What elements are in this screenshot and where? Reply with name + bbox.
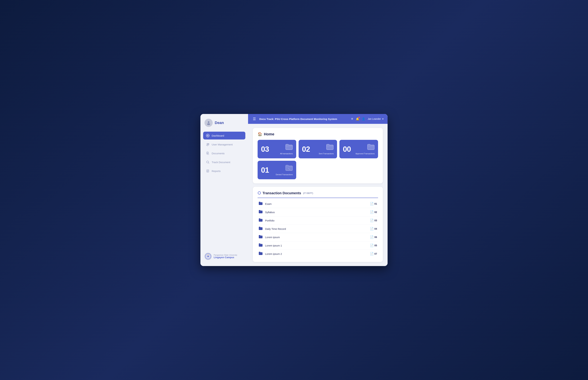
tx-doc-badge: 📄 05: [370, 244, 377, 247]
app-container: Dean Dashboard: [200, 114, 388, 266]
user-icon[interactable]: 👤: [362, 117, 365, 121]
svg-point-0: [208, 121, 209, 123]
svg-rect-14: [208, 153, 209, 155]
tx-badge-value: 02: [374, 211, 377, 213]
doc-icon: 📄: [370, 219, 374, 222]
tx-title-icon: ⬡: [258, 191, 261, 195]
folder-icon: [259, 210, 263, 214]
stat-label-sent: Sent Transactions: [319, 152, 334, 155]
home-icon: 🏠: [258, 132, 262, 136]
table-row[interactable]: Lorem ipsum 1 📄 05: [258, 241, 378, 250]
tx-divider: [258, 198, 378, 198]
table-row[interactable]: Lorem ipsum 📄 06: [258, 233, 378, 241]
sidebar-item-documents[interactable]: Documents: [203, 149, 245, 157]
tx-badge-value: 04: [374, 228, 377, 230]
folder-icon-all: [285, 144, 293, 152]
folder-icon: [259, 235, 263, 240]
stat-card-right-denied: Denied Transactions: [276, 165, 293, 175]
folder-icon: [259, 251, 263, 256]
table-row[interactable]: Lorem ipsum 2 📄 07: [258, 250, 378, 258]
svg-point-23: [208, 256, 209, 257]
folder-icon: [259, 201, 263, 206]
sidebar: Dean Dashboard: [200, 114, 248, 266]
stat-placeholder-2: [340, 161, 378, 179]
stat-card-denied[interactable]: 01 Denied Transactions: [258, 161, 296, 179]
notifications-icon[interactable]: 🔔: [356, 117, 359, 121]
tx-doc-badge: 📄 07: [370, 252, 377, 256]
stat-placeholder-1: [299, 161, 337, 179]
notif-badge: [358, 116, 360, 118]
folder-icon-approved: [367, 144, 375, 152]
folder-icon: [259, 243, 263, 248]
svg-point-3: [207, 135, 208, 136]
stat-card-right-sent: Sent Transactions: [319, 144, 334, 155]
tx-item-name: Exam: [265, 202, 370, 205]
tx-doc-badge: 📄 04: [370, 227, 377, 231]
app-title: Docu Track: PSU Cross Platform Document …: [259, 117, 348, 120]
tx-item-name: Portfolio: [265, 219, 370, 222]
stat-card-approved[interactable]: 00 Approved Transactions: [340, 140, 378, 158]
sidebar-item-label: Documents: [212, 152, 225, 155]
tx-doc-badge: 📄 03: [370, 219, 377, 222]
stat-number-denied: 01: [261, 166, 269, 174]
sidebar-profile: Dean: [203, 119, 245, 127]
tx-title: ⬡ Transaction Documents (IT DEPT): [258, 191, 378, 195]
home-section: 🏠 Home 03: [253, 128, 383, 183]
stat-cards-bottom: 01 Denied Transactions: [258, 161, 378, 179]
table-row[interactable]: Exam 📄 01: [258, 200, 378, 208]
table-row[interactable]: Daily Time Record 📄 04: [258, 225, 378, 233]
stat-label-all: All transactions: [280, 152, 293, 155]
topbar-actions: ✳ 🔔 👤 Jan Leander ▾: [351, 117, 383, 121]
folder-icon-denied: [285, 165, 293, 172]
tx-item-name: Syllabus: [265, 211, 370, 214]
tx-badge-value: 06: [374, 236, 377, 238]
university-name: Pangasinan State University: [214, 254, 237, 256]
stat-number-approved: 00: [343, 145, 351, 153]
home-title: 🏠 Home: [258, 132, 378, 136]
tx-title-label: Transaction Documents: [263, 191, 301, 195]
sidebar-role: Dean: [215, 121, 224, 125]
svg-point-9: [207, 145, 208, 146]
content-area: 🏠 Home 03: [248, 124, 388, 266]
doc-icon: 📄: [370, 202, 374, 206]
reports-icon: [206, 169, 209, 173]
campus-name: Lingayen Campus: [214, 256, 237, 259]
stat-label-denied: Denied Transactions: [276, 173, 293, 175]
sidebar-item-dashboard[interactable]: Dashboard: [203, 132, 245, 139]
documents-icon: [206, 152, 209, 155]
svg-point-1: [207, 123, 210, 125]
table-row[interactable]: Portfolio 📄 03: [258, 216, 378, 225]
user-name: Jan Leander: [368, 117, 381, 120]
stat-card-sent[interactable]: 02 Sent Transactions: [299, 140, 337, 158]
sidebar-item-reports[interactable]: Reports: [203, 167, 245, 175]
stat-card-right-approved: Approved Transactions: [355, 144, 375, 155]
sidebar-item-track-document[interactable]: Track Document: [203, 158, 245, 166]
sidebar-nav: Dashboard User Management: [203, 132, 245, 249]
main-area: ☰ Docu Track: PSU Cross Platform Documen…: [248, 114, 388, 266]
settings-icon[interactable]: ✳: [351, 117, 353, 121]
topbar: ☰ Docu Track: PSU Cross Platform Documen…: [248, 114, 388, 124]
stat-cards-top: 03 All transactions: [258, 140, 378, 158]
tx-badge-value: 01: [374, 202, 377, 205]
home-label: Home: [264, 132, 274, 136]
folder-icon: [259, 218, 263, 223]
sidebar-footer: Pangasinan State University Lingayen Cam…: [203, 251, 245, 262]
sidebar-item-user-management[interactable]: User Management: [203, 140, 245, 148]
tx-item-name: Lorem ipsum 1: [265, 244, 370, 247]
stat-label-approved: Approved Transactions: [355, 152, 375, 155]
menu-button[interactable]: ☰: [252, 116, 257, 122]
user-menu[interactable]: Jan Leander ▾: [368, 117, 383, 120]
transaction-documents-section: ⬡ Transaction Documents (IT DEPT): [253, 187, 383, 262]
stat-card-all[interactable]: 03 All transactions: [258, 140, 296, 158]
avatar: [205, 119, 213, 127]
university-info: Pangasinan State University Lingayen Cam…: [214, 254, 237, 259]
doc-icon: 📄: [370, 227, 374, 231]
doc-icon: 📄: [370, 210, 374, 214]
tx-item-name: Lorem ipsum 2: [265, 252, 370, 255]
user-management-icon: [206, 143, 209, 146]
sidebar-item-label: User Management: [212, 143, 233, 146]
chevron-down-icon: ▾: [382, 117, 383, 120]
sidebar-item-label: Dashboard: [212, 134, 224, 137]
table-row[interactable]: Syllabus 📄 02: [258, 208, 378, 216]
university-logo: [205, 253, 212, 260]
